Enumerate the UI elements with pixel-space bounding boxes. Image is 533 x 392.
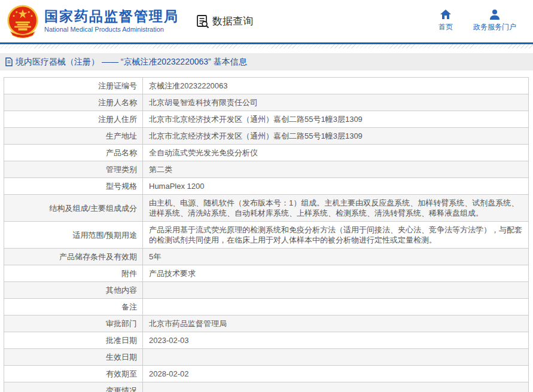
row-label: 型号规格 xyxy=(4,178,143,195)
row-value: 由主机、电源、随机软件（发布版本号：1）组成。主机主要由双反应盘系统、加样转臂系… xyxy=(143,195,529,222)
row-label: 备注 xyxy=(4,299,143,316)
row-value xyxy=(143,349,529,366)
row-label: 批准日期 xyxy=(4,332,143,349)
row-value: HumaPlex 1200 xyxy=(143,178,529,195)
document-search-icon xyxy=(196,14,210,29)
table-row: 适用范围/预期用途产品采用基于流式荧光原理的检测系统和免疫分析方法（适用于间接法… xyxy=(4,222,529,249)
agency-name-en: National Medical Products Administration xyxy=(44,25,179,34)
row-label: 适用范围/预期用途 xyxy=(4,222,143,249)
table-row: 审批部门北京市药品监督管理局 xyxy=(4,316,529,332)
row-value: 产品技术要求 xyxy=(143,265,529,282)
nav-service-portal-label: 政务服务门户 xyxy=(473,22,516,32)
nav-home[interactable]: 首页 xyxy=(438,8,453,32)
home-icon xyxy=(440,8,452,20)
row-label: 结构及组成/主要组成成分 xyxy=(4,195,143,222)
user-icon xyxy=(489,8,501,20)
row-label: 附件 xyxy=(4,265,143,282)
table-row: 变更情况 xyxy=(4,382,529,392)
row-value xyxy=(143,299,529,316)
data-query-label: 数据查询 xyxy=(212,14,253,28)
row-value xyxy=(143,282,529,299)
table-row: 生产地址北京市北京经济技术开发区（通州）嘉创二路55号1幢3层1309 xyxy=(4,128,529,145)
row-value: 北京市北京经济技术开发区（通州）嘉创二路55号1幢3层1309 xyxy=(143,128,529,145)
row-value: 京械注准20232220063 xyxy=(143,78,529,94)
row-value xyxy=(143,382,529,392)
table-row: 管理类别第二类 xyxy=(4,161,529,178)
row-label: 注册人住所 xyxy=(4,111,143,128)
registration-info-table: 注册证编号京械注准20232220063注册人名称北京胡曼智造科技有限责任公司注… xyxy=(4,77,529,392)
row-value: 第二类 xyxy=(143,161,529,178)
row-label: 注册人名称 xyxy=(4,94,143,111)
row-label: 变更情况 xyxy=(4,382,143,392)
table-row: 其他内容 xyxy=(4,282,529,299)
table-row: 产品储存条件及有效期5年 xyxy=(4,249,529,265)
row-label: 生产地址 xyxy=(4,128,143,145)
row-value: 北京市药品监督管理局 xyxy=(143,316,529,332)
row-label: 管理类别 xyxy=(4,161,143,178)
data-query-tab[interactable]: 数据查询 xyxy=(196,14,253,29)
agency-name-cn: 国家药品监督管理局 xyxy=(44,8,179,24)
row-value: 产品采用基于流式荧光原理的检测系统和免疫分析方法（适用于间接法、夹心法、竞争法等… xyxy=(143,222,529,249)
header-nav: 首页 政务服务门户 xyxy=(438,8,516,32)
table-row: 备注 xyxy=(4,299,529,316)
site-header: 国家药品监督管理局 National Medical Products Admi… xyxy=(0,0,533,42)
brand-text: 国家药品监督管理局 National Medical Products Admi… xyxy=(44,8,179,34)
table-row: 附件产品技术要求 xyxy=(4,265,529,282)
row-value: 北京市北京经济技术开发区（通州）嘉创二路55号1幢3层1309 xyxy=(143,111,529,128)
table-row: 注册证编号京械注准20232220063 xyxy=(4,78,529,94)
nav-home-label: 首页 xyxy=(438,22,453,32)
row-value: 2028-02-02 xyxy=(143,366,529,382)
document-icon xyxy=(5,57,13,66)
table-row: 型号规格HumaPlex 1200 xyxy=(4,178,529,195)
table-row: 产品名称全自动流式荧光发光免疫分析仪 xyxy=(4,145,529,161)
row-label: 有效期至 xyxy=(4,366,143,382)
row-value: 全自动流式荧光发光免疫分析仪 xyxy=(143,145,529,161)
nmpa-emblem-logo xyxy=(6,5,39,38)
nav-service-portal[interactable]: 政务服务门户 xyxy=(473,8,516,32)
table-row: 注册人住所北京市北京经济技术开发区（通州）嘉创二路55号1幢3层1309 xyxy=(4,111,529,128)
table-row: 批准日期2023-02-03 xyxy=(4,332,529,349)
stripe-band xyxy=(0,44,533,48)
table-row: 结构及组成/主要组成成分由主机、电源、随机软件（发布版本号：1）组成。主机主要由… xyxy=(4,195,529,222)
breadcrumb-text: 境内医疗器械（注册） —— “京械注准20232220063” 基本信息 xyxy=(16,57,247,68)
table-row: 有效期至2028-02-02 xyxy=(4,366,529,382)
breadcrumb: 境内医疗器械（注册） —— “京械注准20232220063” 基本信息 xyxy=(0,53,533,71)
row-label: 审批部门 xyxy=(4,316,143,332)
row-label: 其他内容 xyxy=(4,282,143,299)
row-label: 产品名称 xyxy=(4,145,143,161)
table-row: 生效日期 xyxy=(4,349,529,366)
row-value: 2023-02-03 xyxy=(143,332,529,349)
row-value: 北京胡曼智造科技有限责任公司 xyxy=(143,94,529,111)
row-label: 产品储存条件及有效期 xyxy=(4,249,143,265)
row-value: 5年 xyxy=(143,249,529,265)
row-label: 生效日期 xyxy=(4,349,143,366)
table-row: 注册人名称北京胡曼智造科技有限责任公司 xyxy=(4,94,529,111)
row-label: 注册证编号 xyxy=(4,78,143,94)
